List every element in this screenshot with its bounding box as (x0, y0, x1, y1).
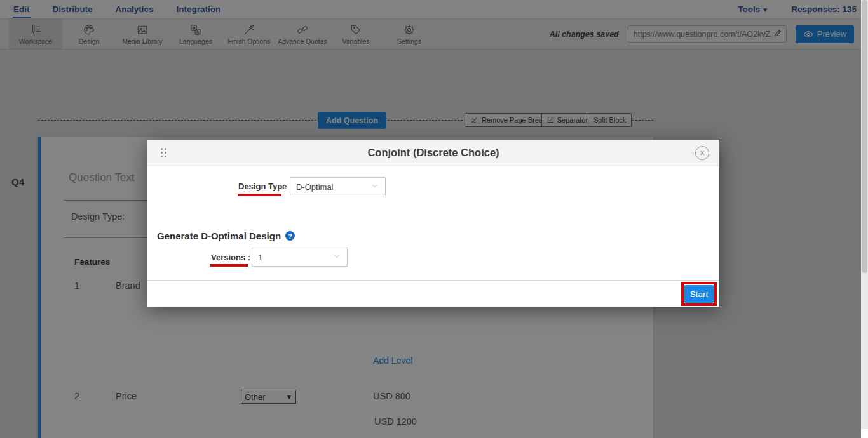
chevron-down-icon (332, 252, 341, 263)
modal-design-type-label: Design Type (238, 182, 287, 191)
design-type-dropdown[interactable]: D-Optimal (290, 177, 386, 196)
scrollbar[interactable] (861, 0, 868, 438)
versions-dropdown[interactable]: 1 (252, 248, 348, 267)
help-icon[interactable]: ? (285, 231, 295, 241)
start-button-highlight: Start (681, 282, 717, 306)
modal-title: Conjoint (Discrete Choice) (147, 147, 719, 159)
questionpro-survey-editor: Edit Distribute Analytics Integration To… (0, 0, 868, 438)
close-icon[interactable]: ✕ (695, 146, 709, 160)
modal-header: Conjoint (Discrete Choice) ✕ (147, 140, 719, 166)
versions-red-underline (210, 264, 248, 267)
versions-label: Versions : (211, 253, 250, 262)
design-type-red-underline (238, 194, 281, 196)
scrollbar-thumb[interactable] (862, 0, 867, 273)
chevron-down-icon (370, 182, 379, 192)
conjoint-modal: Conjoint (Discrete Choice) ✕ Design Type… (147, 140, 719, 307)
scrollbar-corner (861, 429, 868, 438)
start-button[interactable]: Start (684, 285, 714, 303)
modal-footer-divider (147, 280, 719, 281)
generate-design-label: Generate D-Optimal Design (157, 230, 281, 241)
versions-value: 1 (258, 253, 262, 262)
design-type-value: D-Optimal (296, 182, 334, 192)
